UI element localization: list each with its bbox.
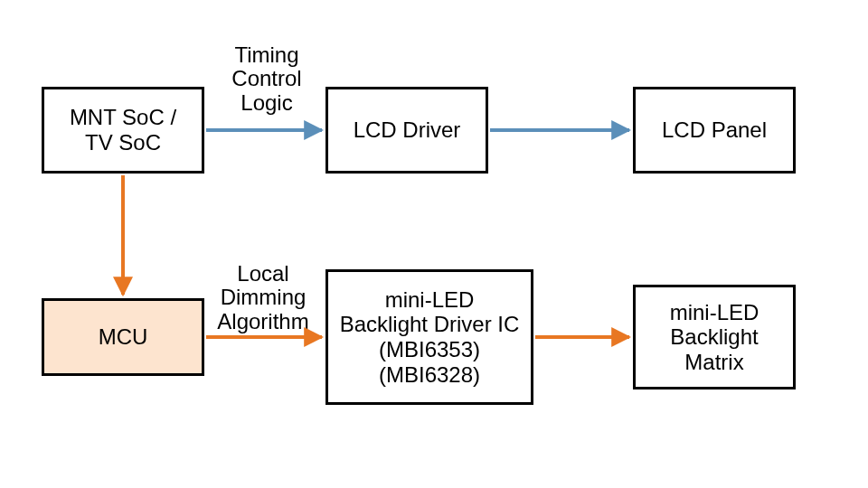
edge-label-local-dimming-algorithm: LocalDimmingAlgorithm bbox=[206, 262, 320, 333]
node-lcd-driver: LCD Driver bbox=[326, 87, 488, 174]
node-bl-matrix-label: mini-LEDBacklightMatrix bbox=[670, 300, 760, 375]
node-lcd-panel-label: LCD Panel bbox=[662, 117, 767, 143]
node-soc-label: MNT SoC /TV SoC bbox=[70, 105, 176, 155]
node-lcd-driver-label: LCD Driver bbox=[354, 117, 461, 143]
diagram-canvas: MNT SoC /TV SoC LCD Driver LCD Panel MCU… bbox=[0, 0, 868, 488]
node-bl-driver: mini-LEDBacklight Driver IC(MBI6353)(MBI… bbox=[326, 269, 533, 405]
node-bl-matrix: mini-LEDBacklightMatrix bbox=[633, 285, 796, 389]
node-soc: MNT SoC /TV SoC bbox=[42, 87, 204, 174]
edge-label-timing-control-logic: TimingControlLogic bbox=[213, 43, 320, 115]
node-lcd-panel: LCD Panel bbox=[633, 87, 796, 174]
node-bl-driver-label: mini-LEDBacklight Driver IC(MBI6353)(MBI… bbox=[340, 287, 520, 387]
node-mcu: MCU bbox=[42, 298, 204, 376]
arrows-layer bbox=[0, 0, 868, 488]
node-mcu-label: MCU bbox=[99, 324, 148, 350]
